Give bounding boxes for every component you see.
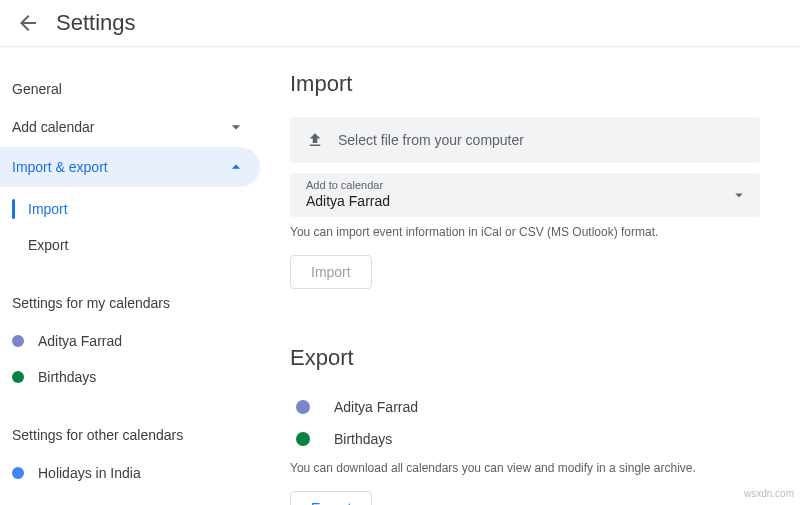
export-heading: Export: [290, 345, 760, 371]
content: General Add calendar Import & export Imp…: [0, 47, 800, 505]
header: Settings: [0, 0, 800, 47]
nav-general[interactable]: General: [0, 71, 260, 107]
select-file-button[interactable]: Select file from your computer: [290, 117, 760, 163]
nav-label: General: [12, 81, 62, 97]
button-label: Export: [311, 500, 351, 505]
import-button[interactable]: Import: [290, 255, 372, 289]
import-heading: Import: [290, 71, 760, 97]
chevron-down-icon: [226, 117, 246, 137]
calendar-color-dot: [12, 335, 24, 347]
calendar-color-dot: [12, 371, 24, 383]
calendar-label: Holidays in India: [38, 465, 141, 481]
sidebar: General Add calendar Import & export Imp…: [0, 47, 260, 505]
calendar-label: Aditya Farrad: [38, 333, 122, 349]
my-calendars-header: Settings for my calendars: [0, 263, 260, 323]
export-calendar-label: Aditya Farrad: [334, 399, 418, 415]
nav-label: Add calendar: [12, 119, 95, 135]
import-helper-text: You can import event information in iCal…: [290, 225, 760, 239]
nav-label: Import & export: [12, 159, 108, 175]
select-file-label: Select file from your computer: [338, 132, 524, 148]
calendar-color-dot: [296, 432, 310, 446]
export-calendar-label: Birthdays: [334, 431, 392, 447]
export-calendar-row: Aditya Farrad: [290, 391, 760, 423]
page-title: Settings: [56, 10, 136, 36]
sub-label: Import: [28, 201, 68, 217]
import-export-subitems: Import Export: [0, 191, 260, 263]
calendar-label: Birthdays: [38, 369, 96, 385]
export-helper-text: You can download all calendars you can v…: [290, 461, 760, 475]
dropdown-value: Aditya Farrad: [306, 193, 744, 209]
sidebar-calendar-item[interactable]: Holidays in India: [0, 455, 260, 491]
sidebar-calendar-item[interactable]: Birthdays: [0, 359, 260, 395]
main-panel: Import Select file from your computer Ad…: [260, 47, 800, 505]
other-calendars-header: Settings for other calendars: [0, 395, 260, 455]
calendar-color-dot: [296, 400, 310, 414]
calendar-color-dot: [12, 467, 24, 479]
sub-label: Export: [28, 237, 68, 253]
button-label: Import: [311, 264, 351, 280]
export-calendar-row: Birthdays: [290, 423, 760, 455]
watermark: wsxdn.com: [744, 488, 794, 499]
chevron-up-icon: [226, 157, 246, 177]
dropdown-label: Add to calendar: [306, 179, 744, 191]
dropdown-arrow-icon: [730, 186, 748, 204]
back-arrow-icon[interactable]: [16, 11, 40, 35]
upload-icon: [306, 131, 324, 149]
nav-import-export[interactable]: Import & export: [0, 147, 260, 187]
export-button[interactable]: Export: [290, 491, 372, 505]
export-section: Export Aditya Farrad Birthdays You can d…: [290, 345, 760, 505]
add-to-calendar-dropdown[interactable]: Add to calendar Aditya Farrad: [290, 173, 760, 217]
sub-import[interactable]: Import: [0, 191, 260, 227]
nav-add-calendar[interactable]: Add calendar: [0, 107, 260, 147]
sidebar-calendar-item[interactable]: Aditya Farrad: [0, 323, 260, 359]
sub-export[interactable]: Export: [0, 227, 260, 263]
